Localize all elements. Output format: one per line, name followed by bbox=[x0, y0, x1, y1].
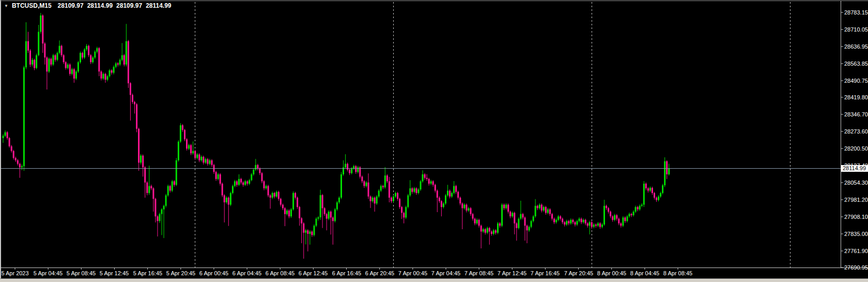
candle-body bbox=[25, 41, 27, 68]
candle-body bbox=[253, 170, 254, 174]
candle-body bbox=[117, 64, 119, 65]
candle-body bbox=[420, 181, 422, 189]
candle-body bbox=[509, 212, 511, 216]
chart-title: ▼BTCUSD,M1528109.9728114.9928109.9728114… bbox=[4, 2, 175, 9]
candle-body bbox=[190, 145, 192, 154]
candle-body bbox=[320, 195, 321, 217]
candle-body bbox=[401, 207, 402, 213]
candle-body bbox=[236, 181, 238, 185]
candle-body bbox=[246, 181, 248, 184]
candle-body bbox=[447, 191, 448, 196]
candle-body bbox=[389, 181, 390, 198]
candle-body bbox=[330, 212, 332, 217]
candle-body bbox=[261, 173, 263, 182]
candle-body bbox=[424, 174, 426, 178]
candle-body bbox=[316, 219, 317, 226]
candle-body bbox=[397, 193, 398, 199]
candle-body bbox=[539, 205, 540, 209]
chart-window: ▼BTCUSD,M1528109.9728114.9928109.9728114… bbox=[0, 0, 868, 282]
candle-body bbox=[612, 216, 613, 220]
candle-body bbox=[382, 186, 384, 187]
window-top-edge bbox=[0, 1, 868, 1]
candle-body bbox=[48, 59, 50, 72]
candle-body bbox=[251, 174, 252, 180]
time-axis-label: 5 Apr 16:45 bbox=[133, 270, 162, 276]
candle-body bbox=[652, 188, 653, 193]
candle-body bbox=[234, 181, 236, 186]
candle-body bbox=[57, 53, 58, 60]
candle-body bbox=[5, 132, 6, 136]
candle-body bbox=[146, 183, 148, 193]
candle-body bbox=[34, 60, 35, 68]
candle-body bbox=[205, 159, 206, 163]
candle-body bbox=[299, 207, 300, 218]
candle-body bbox=[138, 129, 140, 163]
candle-body bbox=[27, 41, 29, 51]
candle-body bbox=[305, 230, 306, 233]
time-axis-label: 6 Apr 12:45 bbox=[299, 270, 328, 276]
candle-body bbox=[340, 174, 342, 198]
candle-body bbox=[483, 229, 484, 232]
candle-body bbox=[115, 64, 117, 67]
candle-body bbox=[351, 169, 352, 173]
candle-body bbox=[86, 46, 87, 50]
candle-body bbox=[270, 196, 271, 198]
time-axis-label: 7 Apr 16:45 bbox=[531, 270, 560, 276]
candle-body bbox=[55, 55, 56, 60]
candle-body bbox=[176, 160, 177, 185]
time-axis-label: 5 Apr 2023 bbox=[1, 270, 28, 276]
candle-body bbox=[366, 183, 367, 186]
candle-body bbox=[309, 232, 311, 234]
candlestick-plot[interactable] bbox=[0, 0, 868, 282]
time-axis-label: 5 Apr 20:45 bbox=[166, 270, 195, 276]
candle-body bbox=[403, 213, 405, 217]
candle-body bbox=[355, 166, 357, 172]
candle-body bbox=[526, 226, 528, 230]
candle-body bbox=[126, 41, 127, 65]
candle-body bbox=[533, 216, 534, 221]
candle-body bbox=[266, 186, 267, 189]
candle-body bbox=[543, 207, 545, 211]
candle-body bbox=[476, 220, 478, 224]
candle-body bbox=[591, 222, 593, 227]
candle-body bbox=[276, 192, 277, 197]
time-axis-label: 6 Apr 08:45 bbox=[266, 270, 295, 276]
candle-body bbox=[23, 67, 25, 166]
candle-body bbox=[430, 181, 432, 184]
time-axis-label: 5 Apr 12:45 bbox=[100, 270, 129, 276]
candle-body bbox=[624, 217, 626, 221]
candle-body bbox=[284, 208, 286, 214]
symbol-dropdown-icon[interactable]: ▼ bbox=[4, 4, 8, 8]
candle-body bbox=[75, 71, 77, 79]
candle-body bbox=[119, 60, 121, 65]
candle-body bbox=[664, 161, 665, 186]
candle-body bbox=[405, 207, 407, 217]
candle-body bbox=[551, 214, 553, 219]
candle-body bbox=[363, 181, 365, 186]
candle-body bbox=[154, 199, 156, 216]
candle-body bbox=[522, 214, 524, 218]
time-axis-label: 8 Apr 00:45 bbox=[597, 270, 626, 276]
candle-body bbox=[61, 46, 63, 55]
candle-body bbox=[73, 69, 75, 79]
candle-body bbox=[38, 32, 39, 55]
candle-body bbox=[572, 220, 574, 222]
candle-body bbox=[466, 205, 467, 211]
time-axis-label: 7 Apr 00:45 bbox=[398, 270, 427, 276]
candle-body bbox=[376, 197, 378, 204]
candle-body bbox=[194, 151, 196, 158]
time-axis-label: 7 Apr 20:45 bbox=[564, 270, 593, 276]
candle-body bbox=[109, 70, 111, 76]
candle-body bbox=[645, 184, 647, 188]
price-axis-label: 28490.75 bbox=[844, 78, 868, 84]
candle-body bbox=[647, 188, 649, 191]
candle-body bbox=[372, 198, 374, 201]
candle-body bbox=[589, 222, 591, 226]
candle-body bbox=[384, 175, 386, 187]
candle-body bbox=[144, 167, 146, 182]
symbol-timeframe: BTCUSD,M15 bbox=[12, 2, 52, 9]
candle-body bbox=[107, 76, 109, 80]
candle-body bbox=[487, 228, 488, 233]
candle-body bbox=[96, 48, 98, 52]
candle-body bbox=[512, 213, 513, 216]
